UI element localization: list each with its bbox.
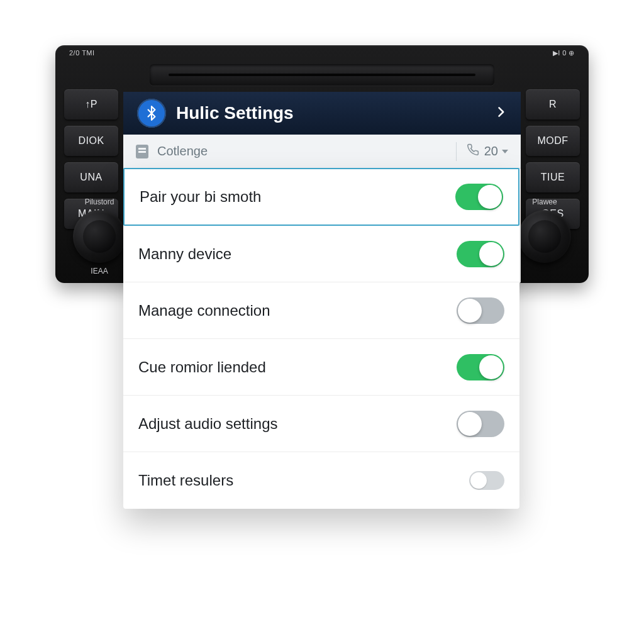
settings-row[interactable]: Manage connection bbox=[123, 282, 519, 339]
toggle-thumb bbox=[470, 472, 487, 489]
settings-title: Hulic Settings bbox=[176, 103, 484, 123]
toggle-switch[interactable] bbox=[457, 241, 504, 267]
settings-header[interactable]: Hulic Settings bbox=[123, 92, 521, 135]
settings-row-label: Pair your bi smoth bbox=[140, 188, 455, 206]
hw-button-modf[interactable]: MODF bbox=[526, 126, 580, 156]
volume-knob-left[interactable] bbox=[73, 210, 126, 263]
settings-row-label: Adjust audio settings bbox=[138, 415, 457, 433]
settings-row-label: Manage connection bbox=[138, 302, 457, 319]
settings-row[interactable]: Adjust audio settings bbox=[123, 396, 519, 452]
toggle-switch[interactable] bbox=[457, 411, 504, 437]
hw-button-p[interactable]: ↑P bbox=[64, 89, 118, 119]
subbar-divider bbox=[456, 142, 457, 161]
toggle-thumb bbox=[478, 185, 502, 209]
settings-row[interactable]: Timet resulers bbox=[123, 452, 519, 509]
clipboard-icon bbox=[136, 145, 148, 158]
volume-knob-right[interactable] bbox=[518, 210, 571, 263]
caret-down-icon bbox=[502, 150, 508, 153]
settings-row-label: Cue romior liended bbox=[138, 358, 457, 376]
cd-slot bbox=[150, 64, 494, 86]
toggle-thumb bbox=[458, 412, 482, 436]
stereo-top-strip: 2/0 TMI ▶I 0 ⊕ bbox=[69, 49, 575, 63]
settings-row[interactable]: Manny device bbox=[123, 226, 519, 282]
settings-row[interactable]: Cue romior liended bbox=[123, 339, 519, 396]
bluetooth-icon bbox=[137, 99, 166, 128]
settings-row-label: Manny device bbox=[138, 245, 457, 263]
toggle-switch[interactable] bbox=[455, 184, 503, 210]
settings-list: Pair your bi smothManny deviceManage con… bbox=[123, 169, 519, 509]
toggle-switch[interactable] bbox=[469, 471, 504, 490]
hw-button-una[interactable]: UNA bbox=[64, 162, 118, 192]
chevron-right-icon[interactable] bbox=[494, 103, 507, 124]
toggle-thumb bbox=[479, 242, 503, 266]
subbar-count-dropdown[interactable]: 20 bbox=[484, 144, 508, 158]
hw-button-diok[interactable]: DIOK bbox=[64, 126, 118, 156]
subbar-label: Cotlenge bbox=[157, 144, 208, 158]
toggle-switch[interactable] bbox=[457, 297, 504, 324]
toggle-switch[interactable] bbox=[457, 354, 504, 380]
hw-button-r[interactable]: R bbox=[526, 89, 580, 119]
settings-row[interactable]: Pair your bi smoth bbox=[123, 168, 519, 226]
phone-icon bbox=[467, 143, 479, 159]
subbar-count: 20 bbox=[484, 144, 498, 158]
stereo-top-left-label: 2/0 TMI bbox=[69, 49, 95, 63]
toggle-thumb bbox=[479, 355, 503, 379]
settings-subbar: Cotlenge 20 bbox=[123, 135, 521, 169]
stereo-top-right-label: ▶I 0 ⊕ bbox=[553, 49, 575, 63]
hw-button-tiue[interactable]: TIUE bbox=[526, 162, 580, 192]
settings-row-label: Timet resulers bbox=[138, 472, 469, 489]
toggle-thumb bbox=[458, 299, 482, 323]
